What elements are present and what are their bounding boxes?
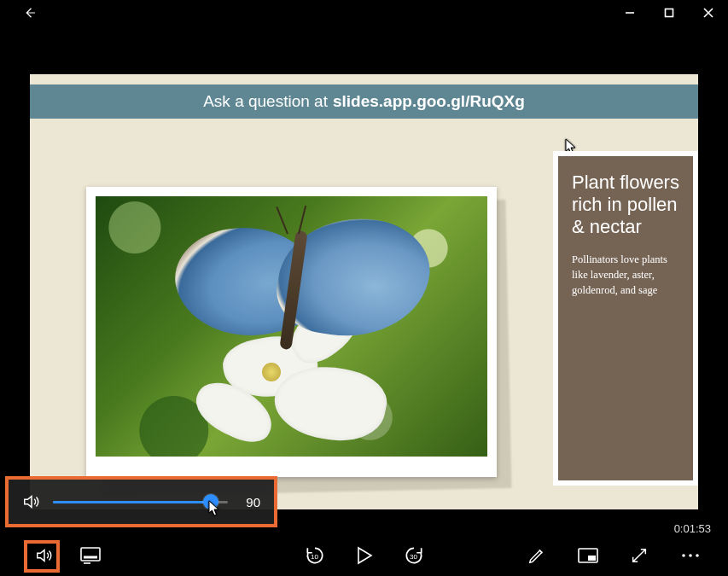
svg-rect-1	[81, 548, 100, 561]
qa-banner-prefix: Ask a question at	[203, 92, 328, 111]
rewind-10-button[interactable]: 10	[300, 540, 330, 571]
more-icon	[681, 553, 700, 558]
ink-button[interactable]	[521, 540, 552, 571]
player-toolbar: 10 30	[0, 535, 728, 576]
playback-time: 0:01:53	[674, 522, 711, 535]
qa-banner: Ask a question at slides.app.goo.gl/RuQX…	[30, 84, 698, 119]
svg-rect-3	[588, 556, 596, 561]
maximize-icon	[664, 8, 674, 18]
highlight-speaker-button	[24, 540, 60, 573]
expand-icon	[630, 546, 649, 565]
minimize-button[interactable]	[610, 0, 649, 26]
fullscreen-button[interactable]	[624, 540, 655, 571]
more-button[interactable]	[675, 540, 706, 571]
miniview-button[interactable]	[573, 540, 603, 571]
forward-seconds-label: 30	[410, 552, 417, 560]
slide-body-text: Pollinators love plants like lavender, a…	[572, 252, 679, 298]
volume-popup: 90	[9, 480, 274, 524]
mouse-cursor-icon	[208, 500, 222, 517]
rewind-seconds-label: 10	[311, 552, 318, 560]
svg-point-4	[682, 554, 685, 557]
svg-rect-0	[666, 9, 673, 17]
title-bar	[0, 0, 728, 26]
captions-icon	[80, 547, 101, 564]
back-arrow-icon	[22, 5, 38, 20]
close-button[interactable]	[689, 0, 728, 26]
butterfly-photo	[96, 196, 487, 457]
pen-icon	[527, 546, 546, 565]
captions-button[interactable]	[75, 540, 106, 571]
play-icon	[356, 546, 373, 565]
minimize-icon	[625, 8, 635, 18]
slide-heading: Plant flowers rich in pollen & nectar	[572, 172, 679, 238]
qa-banner-url: slides.app.goo.gl/RuQXg	[333, 92, 525, 111]
close-icon	[703, 8, 713, 18]
slide-photo	[86, 187, 497, 477]
slide-content: Ask a question at slides.app.goo.gl/RuQX…	[30, 74, 698, 509]
volume-slider[interactable]	[53, 493, 228, 510]
svg-point-5	[689, 554, 692, 557]
play-button[interactable]	[349, 540, 380, 571]
forward-30-button[interactable]: 30	[399, 540, 429, 571]
speaker-icon[interactable]	[22, 492, 41, 511]
svg-point-6	[696, 554, 699, 557]
slide-text-box: Plant flowers rich in pollen & nectar Po…	[553, 151, 698, 486]
volume-value: 90	[240, 495, 260, 509]
maximize-button[interactable]	[649, 0, 689, 26]
back-button[interactable]	[10, 0, 50, 26]
pip-icon	[578, 548, 598, 563]
